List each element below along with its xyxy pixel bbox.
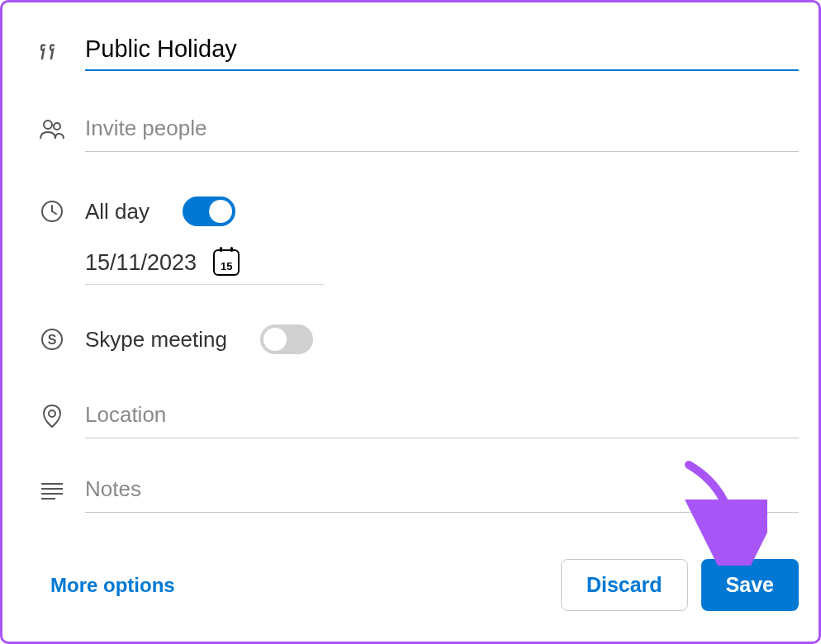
- svg-point-5: [49, 410, 55, 417]
- discard-button[interactable]: Discard: [561, 559, 688, 611]
- location-icon: [39, 404, 65, 429]
- skype-meeting-toggle[interactable]: [260, 324, 313, 354]
- notes-icon: [39, 481, 65, 500]
- people-icon: [39, 119, 65, 140]
- title-icon: [39, 44, 65, 60]
- svg-point-0: [44, 121, 52, 129]
- svg-point-1: [54, 123, 60, 130]
- svg-text:S: S: [48, 333, 57, 347]
- clock-icon: [39, 200, 65, 223]
- skype-icon: S: [39, 328, 65, 351]
- calendar-icon: 15: [213, 249, 240, 276]
- date-value: 15/11/2023: [85, 250, 197, 276]
- save-button[interactable]: Save: [701, 559, 799, 611]
- location-input[interactable]: [85, 394, 799, 438]
- notes-input[interactable]: [85, 468, 799, 513]
- event-title-input[interactable]: [85, 32, 799, 71]
- more-options-link[interactable]: More options: [50, 574, 175, 597]
- all-day-label: All day: [85, 199, 149, 225]
- all-day-toggle[interactable]: [183, 197, 235, 226]
- date-field[interactable]: 15/11/2023 15: [85, 249, 325, 285]
- skype-meeting-label: Skype meeting: [85, 327, 227, 353]
- invite-people-input[interactable]: [85, 107, 799, 152]
